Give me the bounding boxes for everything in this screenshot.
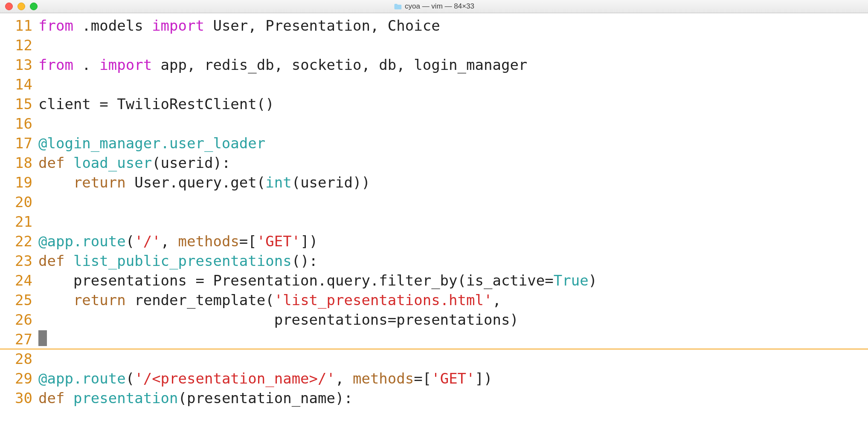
code-token: from — [38, 56, 73, 73]
line-number: 14 — [0, 75, 38, 94]
code-line[interactable]: 21 — [0, 212, 868, 231]
code-token — [64, 390, 73, 407]
line-number: 25 — [0, 290, 38, 310]
line-number: 28 — [0, 349, 38, 369]
code-token: list_public_presentations — [73, 252, 292, 269]
line-number: 16 — [0, 114, 38, 133]
code-token: from — [38, 17, 73, 34]
code-token: @app.route — [38, 370, 126, 387]
code-content[interactable]: def presentation(presentation_name): — [38, 388, 868, 408]
code-line[interactable]: 27 — [0, 329, 868, 349]
code-token: , — [492, 291, 501, 309]
code-line[interactable]: 28 — [0, 349, 868, 369]
code-line[interactable]: 15client = TwilioRestClient() — [0, 94, 868, 114]
code-token: User.query.get( — [126, 174, 266, 191]
line-number: 15 — [0, 94, 38, 114]
line-number: 27 — [0, 329, 38, 349]
code-content[interactable] — [38, 35, 868, 55]
code-token: (): — [292, 252, 318, 269]
code-content[interactable]: return render_template('list_presentatio… — [38, 290, 868, 310]
code-token: , — [335, 370, 353, 387]
code-token: 'GET' — [431, 370, 475, 387]
line-number: 12 — [0, 35, 38, 55]
code-content[interactable]: from .models import User, Presentation, … — [38, 16, 868, 35]
code-token: def — [38, 390, 64, 407]
code-line[interactable]: 22@app.route('/', methods=['GET']) — [0, 231, 868, 251]
code-token — [64, 154, 73, 171]
code-line[interactable]: 17@login_manager.user_loader — [0, 133, 868, 153]
code-line[interactable]: 29@app.route('/<presentation_name>/', me… — [0, 369, 868, 388]
code-line[interactable]: 11from .models import User, Presentation… — [0, 16, 868, 35]
line-number: 29 — [0, 369, 38, 388]
code-token: ]) — [475, 370, 493, 387]
code-line[interactable]: 23def list_public_presentations(): — [0, 251, 868, 271]
code-token: (userid): — [152, 154, 230, 171]
code-content[interactable]: client = TwilioRestClient() — [38, 94, 868, 114]
code-token: import — [152, 17, 204, 34]
code-content[interactable]: def load_user(userid): — [38, 153, 868, 173]
code-line[interactable]: 30def presentation(presentation_name): — [0, 388, 868, 408]
code-token — [64, 252, 73, 269]
code-line[interactable]: 12 — [0, 35, 868, 55]
code-token: int — [265, 174, 291, 191]
code-content[interactable]: from . import app, redis_db, socketio, d… — [38, 55, 868, 75]
code-content[interactable]: def list_public_presentations(): — [38, 251, 868, 271]
code-content[interactable]: presentations = Presentation.query.filte… — [38, 271, 868, 290]
code-token: . — [73, 56, 99, 73]
code-content[interactable] — [38, 329, 868, 349]
code-token: def — [38, 252, 64, 269]
code-token: User, Presentation, Choice — [204, 17, 440, 34]
code-token: methods — [353, 370, 414, 387]
code-token: def — [38, 154, 64, 171]
code-token: (presentation_name): — [178, 390, 353, 407]
code-token: @login_manager.user_loader — [38, 135, 265, 152]
code-token: load_user — [73, 154, 152, 171]
line-number: 19 — [0, 173, 38, 192]
code-token: True — [554, 272, 589, 289]
code-token: methods — [178, 233, 239, 250]
code-content[interactable]: @login_manager.user_loader — [38, 133, 868, 153]
code-token: return — [73, 174, 126, 191]
code-content[interactable]: @app.route('/', methods=['GET']) — [38, 231, 868, 251]
code-content[interactable] — [38, 212, 868, 231]
code-editor[interactable]: 11from .models import User, Presentation… — [0, 13, 868, 408]
code-content[interactable] — [38, 192, 868, 212]
line-number: 21 — [0, 212, 38, 231]
code-line[interactable]: 25 return render_template('list_presenta… — [0, 290, 868, 310]
code-token: =[ — [239, 233, 257, 250]
code-token: return — [73, 291, 126, 309]
code-content[interactable] — [38, 349, 868, 369]
code-line[interactable]: 20 — [0, 192, 868, 212]
code-line[interactable]: 14 — [0, 75, 868, 94]
code-content[interactable]: @app.route('/<presentation_name>/', meth… — [38, 369, 868, 388]
line-number: 18 — [0, 153, 38, 173]
code-token: .models — [73, 17, 152, 34]
code-content[interactable]: presentations=presentations) — [38, 310, 868, 329]
window-title-text: cyoa — vim — 84×33 — [405, 2, 474, 11]
close-button[interactable] — [5, 3, 13, 10]
code-line[interactable]: 18def load_user(userid): — [0, 153, 868, 173]
code-content[interactable] — [38, 114, 868, 133]
folder-icon — [394, 3, 401, 9]
code-token — [38, 291, 73, 309]
code-line[interactable]: 26 presentations=presentations) — [0, 310, 868, 329]
code-line[interactable]: 16 — [0, 114, 868, 133]
code-token: import — [99, 56, 152, 73]
code-token: ]) — [300, 233, 318, 250]
line-number: 24 — [0, 271, 38, 290]
code-token: ) — [589, 272, 597, 289]
line-number: 20 — [0, 192, 38, 212]
code-token: presentation — [73, 390, 178, 407]
line-number: 22 — [0, 231, 38, 251]
cursor — [38, 330, 47, 346]
code-line[interactable]: 13from . import app, redis_db, socketio,… — [0, 55, 868, 75]
code-content[interactable] — [38, 75, 868, 94]
code-token: '/' — [134, 233, 160, 250]
maximize-button[interactable] — [30, 3, 38, 10]
code-token: client = TwilioRestClient() — [38, 95, 274, 113]
traffic-lights — [5, 3, 38, 10]
code-line[interactable]: 19 return User.query.get(int(userid)) — [0, 173, 868, 192]
code-content[interactable]: return User.query.get(int(userid)) — [38, 173, 868, 192]
minimize-button[interactable] — [17, 3, 25, 10]
code-line[interactable]: 24 presentations = Presentation.query.fi… — [0, 271, 868, 290]
